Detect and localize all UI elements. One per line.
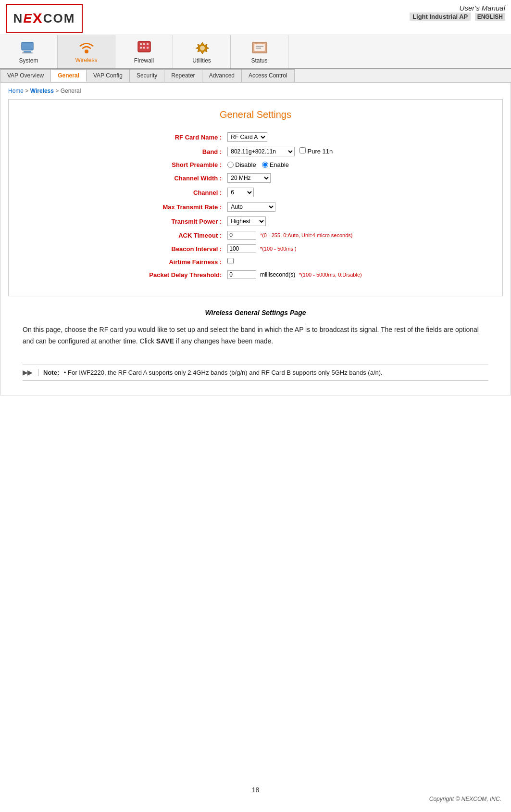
short-preamble-radio-group: Disable Enable [227,161,361,168]
subtitle-label: Light Industrial AP ENGLISH [410,12,505,21]
rf-card-value: RF Card A [224,130,364,144]
packet-delay-row: Packet Delay Threshold: millisecond(s) *… [146,268,364,281]
svg-point-11 [200,46,205,51]
channel-row: Channel : 6 [146,185,364,200]
nav-utilities-label: Utilities [192,57,211,64]
breadcrumb-home[interactable]: Home [8,88,24,94]
nav-status[interactable]: Status [231,35,288,68]
channel-width-select[interactable]: 20 MHz [227,173,271,183]
svg-rect-7 [147,43,149,45]
system-icon [19,39,38,56]
beacon-interval-input[interactable] [227,244,256,253]
copyright: Copyright © NEXCOM, INC. [0,796,511,802]
svg-point-3 [85,50,88,53]
packet-delay-input[interactable] [227,270,256,279]
header-right: User's Manual Light Industrial AP ENGLIS… [410,4,505,21]
svg-rect-5 [140,43,142,45]
subnav-access-control[interactable]: Access Control [242,69,295,82]
svg-rect-8 [140,47,142,49]
ack-timeout-hint: *(0 - 255, 0:Auto, Unit:4 micro seconds) [260,232,353,238]
pure-11n-checkbox-wrap: Pure 11n [299,148,333,155]
transmit-power-value: Highest [224,214,364,228]
airtime-fairness-checkbox[interactable] [227,258,234,264]
channel-width-value: 20 MHz [224,171,364,185]
ack-timeout-row: ACK Timeout : *(0 - 255, 0:Auto, Unit:4 … [146,228,364,242]
airtime-fairness-label: Airtime Fairness : [146,255,224,268]
footer: 18 Copyright © NEXCOM, INC. [0,786,511,802]
description-body: On this page, choose the RF card you wou… [23,324,488,347]
settings-box: General Settings RF Card Name : RF Card … [8,99,503,296]
band-row: Band : 802.11g+802.11n Pure 11n [146,144,364,159]
subtitle-text: Light Industrial AP [410,13,471,21]
preamble-enable-radio[interactable] [262,162,268,168]
channel-select[interactable]: 6 [227,188,254,197]
nav-firewall-label: Firewall [134,57,154,64]
sub-navigation: VAP Overview General VAP Config Security… [0,69,511,82]
pure-11n-checkbox[interactable] [299,147,306,153]
channel-label: Channel : [146,185,224,200]
nav-wireless[interactable]: Wireless [58,35,115,68]
channel-value: 6 [224,185,364,200]
note-body: Note: • For IWF2220, the RF Card A suppo… [38,369,383,376]
subnav-vap-config[interactable]: VAP Config [87,69,130,82]
subnav-vap-overview[interactable]: VAP Overview [0,69,51,82]
transmit-power-row: Transmit Power : Highest [146,214,364,228]
nav-system-label: System [19,57,38,64]
nav-utilities[interactable]: Utilities [173,35,231,68]
nav-system[interactable]: System [0,35,58,68]
svg-rect-6 [143,43,145,45]
band-label: Band : [146,144,224,159]
subnav-advanced[interactable]: Advanced [202,69,242,82]
wireless-icon [77,39,96,55]
svg-rect-0 [22,42,33,50]
max-transmit-rate-row: Max Transmit Rate : Auto [146,200,364,214]
description-section: Wireless General Settings Page On this p… [8,301,503,355]
description-save-word: SAVE [156,337,174,345]
preamble-disable-label: Disable [235,161,256,168]
preamble-disable-option: Disable [227,161,256,168]
beacon-interval-hint: *(100 - 500ms ) [260,246,297,252]
subnav-repeater[interactable]: Repeater [164,69,202,82]
rf-card-select[interactable]: RF Card A [227,132,267,142]
nav-firewall[interactable]: Firewall [115,35,173,68]
channel-width-label: Channel Width : [146,171,224,185]
band-select[interactable]: 802.11g+802.11n [227,147,295,156]
nexcom-logo: NEXCOM [6,4,83,33]
page-number: 18 [0,786,511,794]
main-nav: System Wireless Firewall [0,35,511,69]
beacon-interval-label: Beacon Interval : [146,242,224,255]
preamble-disable-radio[interactable] [227,162,234,168]
breadcrumb-sep2: > [54,88,61,94]
short-preamble-row: Short Preamble : Disable Enable [146,159,364,171]
subnav-general[interactable]: General [51,69,87,82]
airtime-fairness-row: Airtime Fairness : [146,255,364,268]
breadcrumb-current: General [61,88,81,94]
utilities-icon [192,39,212,56]
preamble-enable-option: Enable [262,161,289,168]
ack-timeout-input[interactable] [227,231,256,240]
pure-11n-label: Pure 11n [308,148,333,155]
subnav-security[interactable]: Security [130,69,164,82]
note-text: For IWF2220, the RF Card A supports only… [68,369,383,376]
svg-rect-9 [143,47,145,49]
breadcrumb: Home > Wireless > General [8,88,503,94]
transmit-power-select[interactable]: Highest [227,216,266,226]
packet-delay-hint: *(100 - 5000ms, 0:Disable) [299,272,362,278]
short-preamble-value: Disable Enable [224,159,364,171]
band-value: 802.11g+802.11n Pure 11n [224,144,364,159]
breadcrumb-wireless[interactable]: Wireless [30,88,54,94]
max-transmit-rate-select[interactable]: Auto [227,202,275,212]
settings-title: General Settings [23,109,488,120]
note-arrow: ▶▶ [23,369,32,376]
ack-timeout-value: *(0 - 255, 0:Auto, Unit:4 micro seconds) [224,228,364,242]
status-icon [250,39,269,56]
ack-timeout-label: ACK Timeout : [146,228,224,242]
rf-card-label: RF Card Name : [146,130,224,144]
nav-wireless-label: Wireless [75,57,97,63]
max-transmit-rate-label: Max Transmit Rate : [146,200,224,214]
users-manual-label: User's Manual [410,4,505,12]
beacon-interval-row: Beacon Interval : *(100 - 500ms ) [146,242,364,255]
preamble-enable-label: Enable [270,161,289,168]
short-preamble-label: Short Preamble : [146,159,224,171]
nav-status-label: Status [251,57,267,64]
